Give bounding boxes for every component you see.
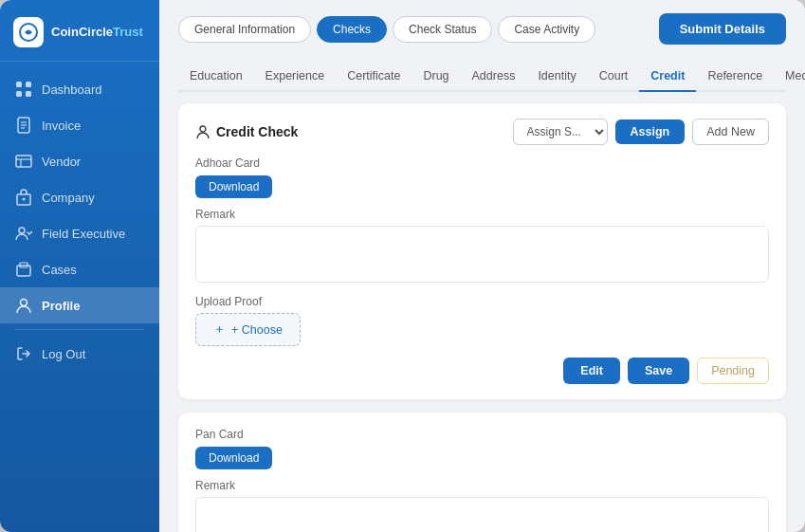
- svg-rect-4: [26, 91, 31, 97]
- pan-field-label: Pan Card: [195, 428, 769, 441]
- card-header-adhaar: Credit Check Assign S... Assign Add New: [195, 119, 769, 145]
- adhaar-upload-btn-label: + Choose: [231, 323, 283, 337]
- tab-case-activity[interactable]: Case Activity: [498, 16, 595, 43]
- tab-check-status[interactable]: Check Status: [393, 16, 492, 43]
- sidebar-item-field-executive-label: Field Executive: [42, 227, 125, 241]
- pan-download-button[interactable]: Download: [195, 447, 272, 469]
- tab-experience[interactable]: Experience: [254, 62, 337, 92]
- submit-details-button[interactable]: Submit Details: [659, 13, 786, 45]
- logo-area: CoinCircleTrust: [0, 0, 159, 62]
- tab-general-information[interactable]: General Information: [178, 16, 311, 43]
- tab-reference[interactable]: Reference: [696, 62, 774, 92]
- sidebar-item-profile-label: Profile: [42, 299, 80, 313]
- main-area: General Information Checks Check Status …: [159, 0, 805, 532]
- content-area: Education Experience Certificate Drug Ad…: [159, 52, 805, 532]
- sidebar-item-dashboard-label: Dashboard: [42, 83, 102, 97]
- svg-rect-9: [16, 156, 31, 167]
- sidebar-item-company[interactable]: Company: [0, 179, 159, 215]
- edit-button-adhaar[interactable]: Edit: [563, 358, 620, 384]
- svg-point-18: [200, 126, 206, 132]
- save-button-adhaar[interactable]: Save: [628, 358, 689, 384]
- sidebar-item-invoice[interactable]: Invoice: [0, 107, 159, 143]
- topbar: General Information Checks Check Status …: [159, 0, 805, 52]
- tab-checks[interactable]: Checks: [317, 16, 387, 43]
- tab-drug[interactable]: Drug: [412, 62, 460, 92]
- sidebar-nav: Dashboard Invoice Vendor: [0, 62, 159, 532]
- adhaar-upload-area[interactable]: ＋ + Choose: [195, 313, 301, 346]
- adhaar-field-label: Adhoar Card: [195, 156, 769, 170]
- adhaar-upload-section: Upload Proof ＋ + Choose: [195, 295, 769, 346]
- svg-rect-3: [16, 91, 22, 97]
- svg-rect-2: [26, 82, 31, 87]
- adhaar-remark-textarea[interactable]: [195, 226, 769, 283]
- card-title-adhaar: Credit Check: [195, 124, 298, 139]
- sidebar-item-field-executive[interactable]: Field Executive: [0, 215, 159, 251]
- tab-media[interactable]: Media: [774, 62, 805, 92]
- sidebar-item-company-label: Company: [42, 191, 95, 205]
- pan-remark-label: Remark: [195, 479, 769, 492]
- logo-icon: [13, 17, 44, 47]
- tab-credit[interactable]: Credit: [639, 62, 696, 92]
- tab-address[interactable]: Address: [461, 62, 527, 92]
- logout-label: Log Out: [42, 347, 85, 361]
- pending-button-adhaar[interactable]: Pending: [697, 358, 769, 384]
- adhaar-upload-label: Upload Proof: [195, 295, 769, 308]
- svg-point-17: [21, 300, 27, 306]
- svg-rect-1: [16, 82, 22, 87]
- adhaar-card-footer: Edit Save Pending: [195, 358, 769, 384]
- sidebar: CoinCircleTrust Dashboard: [0, 0, 159, 532]
- tab-court[interactable]: Court: [588, 62, 640, 92]
- upload-plus-icon: ＋: [213, 321, 226, 338]
- credit-check-card-pan: Pan Card Download Remark: [178, 413, 786, 532]
- sidebar-item-cases[interactable]: Cases: [0, 251, 159, 287]
- sidebar-item-invoice-label: Invoice: [42, 119, 81, 133]
- pan-remark-textarea[interactable]: [195, 497, 769, 532]
- logo-text: CoinCircleTrust: [51, 25, 143, 40]
- logout-button[interactable]: Log Out: [0, 336, 159, 372]
- tab-certificate[interactable]: Certificate: [336, 62, 412, 92]
- sidebar-item-vendor[interactable]: Vendor: [0, 143, 159, 179]
- adhaar-remark-label: Remark: [195, 208, 769, 221]
- add-new-button[interactable]: Add New: [692, 119, 769, 145]
- tab-education[interactable]: Education: [178, 62, 254, 92]
- card-title-text: Credit Check: [216, 124, 298, 139]
- svg-point-14: [19, 228, 25, 233]
- sidebar-item-profile[interactable]: Profile: [0, 287, 159, 323]
- card-actions-adhaar: Assign S... Assign Add New: [513, 119, 769, 145]
- svg-point-13: [23, 198, 26, 201]
- tab-identity[interactable]: Identity: [526, 62, 587, 92]
- horizontal-tabs: Education Experience Certificate Drug Ad…: [178, 62, 786, 92]
- assign-button[interactable]: Assign: [615, 119, 686, 144]
- topbar-tabs: General Information Checks Check Status …: [178, 16, 595, 43]
- credit-check-card-adhaar: Credit Check Assign S... Assign Add New …: [178, 103, 786, 399]
- sidebar-item-vendor-label: Vendor: [42, 155, 81, 169]
- sidebar-item-dashboard[interactable]: Dashboard: [0, 71, 159, 107]
- assign-select[interactable]: Assign S...: [513, 119, 608, 145]
- sidebar-item-cases-label: Cases: [42, 263, 77, 277]
- person-icon: [195, 124, 210, 139]
- adhaar-download-button[interactable]: Download: [195, 175, 272, 198]
